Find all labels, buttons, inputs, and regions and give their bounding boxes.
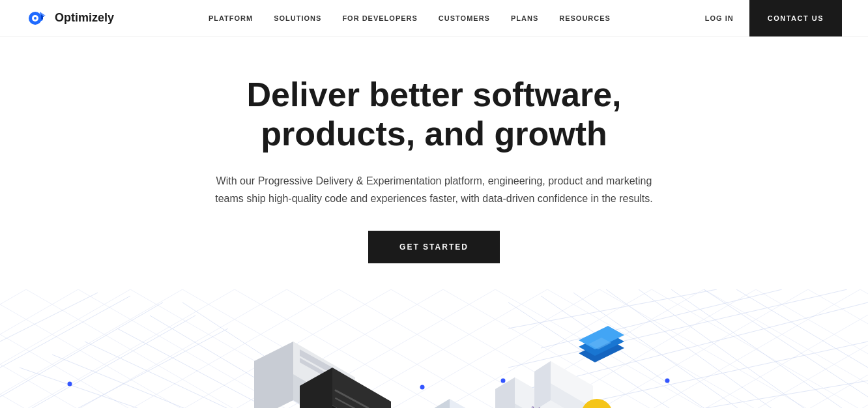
get-started-button[interactable]: GET STARTED bbox=[368, 231, 500, 263]
hero-section: Deliver better software, products, and g… bbox=[0, 36, 868, 263]
nav-item-customers[interactable]: CUSTOMERS bbox=[439, 14, 490, 22]
hero-subtext: With our Progressive Delivery & Experime… bbox=[212, 172, 656, 207]
logo[interactable]: Optimizely bbox=[26, 7, 114, 30]
hero-headline: Deliver better software, products, and g… bbox=[206, 76, 662, 154]
nav-actions: LOG IN CONTACT US bbox=[705, 0, 842, 36]
svg-rect-3 bbox=[0, 289, 868, 408]
navigation: Optimizely PLATFORM SOLUTIONS FOR DEVELO… bbox=[0, 0, 868, 36]
nav-item-plans[interactable]: PLANS bbox=[511, 14, 538, 22]
nav-item-solutions[interactable]: SOLUTIONS bbox=[274, 14, 321, 22]
nav-item-for-developers[interactable]: FOR DEVELOPERS bbox=[342, 14, 417, 22]
logo-text: Optimizely bbox=[55, 11, 114, 25]
hero-illustration: × + ✂ bbox=[0, 289, 868, 408]
nav-item-resources[interactable]: RESOURCES bbox=[559, 14, 611, 22]
isometric-grid: × + ✂ bbox=[0, 289, 868, 408]
svg-point-33 bbox=[665, 378, 670, 383]
svg-point-2 bbox=[34, 17, 36, 20]
nav-links: PLATFORM SOLUTIONS FOR DEVELOPERS CUSTOM… bbox=[209, 14, 611, 22]
svg-point-29 bbox=[68, 381, 72, 386]
logo-icon bbox=[26, 7, 50, 30]
svg-point-31 bbox=[420, 385, 425, 389]
svg-point-32 bbox=[501, 378, 506, 383]
nav-item-platform[interactable]: PLATFORM bbox=[209, 14, 253, 22]
login-link[interactable]: LOG IN bbox=[705, 14, 734, 22]
contact-us-button[interactable]: CONTACT US bbox=[749, 0, 842, 36]
